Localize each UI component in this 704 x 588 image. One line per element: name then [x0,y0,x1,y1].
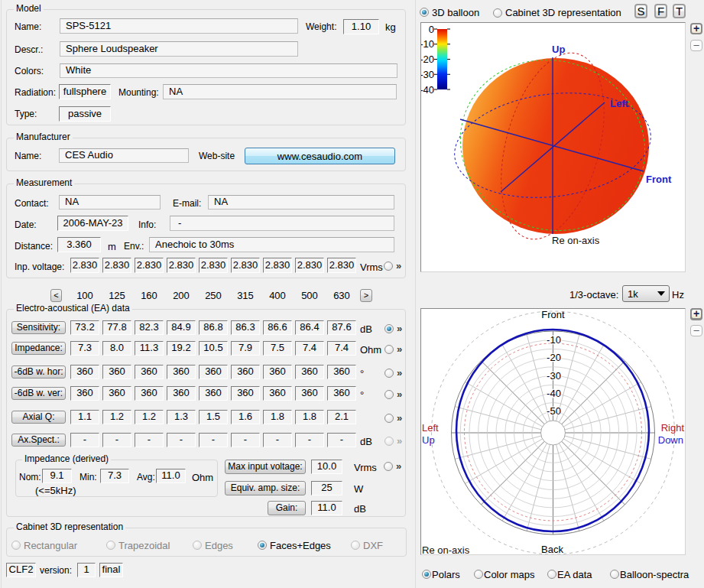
svg-text:Left: Left [422,422,439,434]
svg-text:-20: -20 [547,352,561,363]
svg-text:Re on-axis: Re on-axis [552,235,600,246]
svg-text:-30: -30 [547,370,561,382]
svg-text:0: 0 [429,24,434,35]
svg-text:-20: -20 [421,54,434,65]
svg-text:Re on-axis: Re on-axis [422,544,470,554]
svg-text:-40: -40 [421,84,434,96]
svg-text:Right: Right [661,422,685,434]
svg-text:-30: -30 [421,69,434,80]
svg-text:-40: -40 [547,388,561,399]
svg-text:Front: Front [646,174,672,185]
svg-text:Up: Up [422,434,435,446]
svg-text:-10: -10 [547,334,561,346]
svg-text:-10: -10 [421,38,434,50]
svg-text:Back: Back [541,544,563,554]
svg-text:Left: Left [610,98,629,109]
svg-text:Down: Down [658,434,683,446]
svg-text:Front: Front [541,309,565,320]
svg-text:-50: -50 [547,405,561,417]
svg-text:Up: Up [552,44,565,55]
